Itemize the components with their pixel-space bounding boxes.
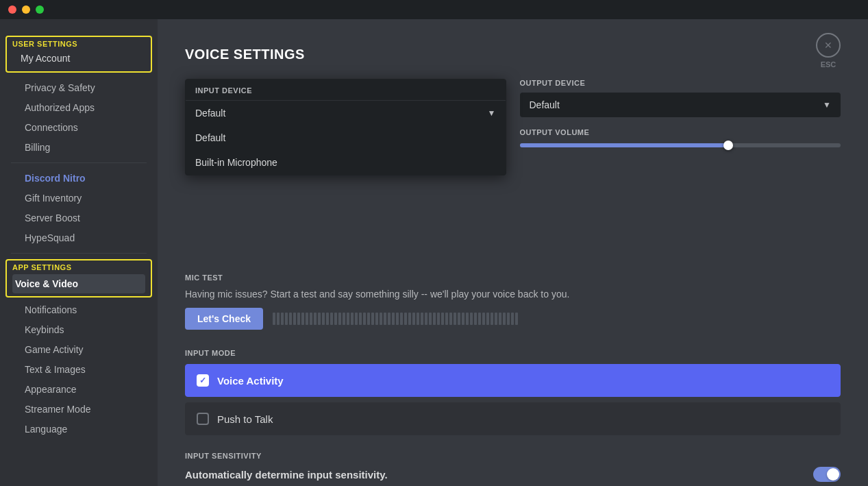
mic-bar <box>297 313 300 325</box>
sidebar-item-hypesquad[interactable]: HypeSquad <box>5 228 152 247</box>
titlebar <box>0 0 868 19</box>
mic-bar <box>511 313 514 325</box>
sidebar-item-language[interactable]: Language <box>5 420 152 439</box>
input-sensitivity-section: INPUT SENSITIVITY Automatically determin… <box>185 452 841 486</box>
voice-activity-option[interactable]: Voice Activity <box>185 364 841 397</box>
mic-bar <box>310 313 312 325</box>
mic-bar <box>458 313 460 325</box>
mic-bar <box>507 313 510 325</box>
push-to-talk-label: Push to Talk <box>217 413 273 425</box>
mic-bar <box>474 313 477 325</box>
mic-bar <box>396 313 399 325</box>
app-settings-section-box: APP SETTINGS Voice & Video <box>5 259 152 297</box>
mic-bar <box>478 313 481 325</box>
mic-bar <box>334 313 337 325</box>
close-button[interactable] <box>8 5 16 14</box>
main-content: ✕ ESC VOICE SETTINGS INPUT DEVICE Defaul… <box>158 19 868 486</box>
app-settings-label: APP SETTINGS <box>12 263 145 271</box>
mic-bar <box>445 313 448 325</box>
mic-bar <box>375 313 378 325</box>
esc-circle: ✕ <box>816 33 841 58</box>
mic-bar <box>470 313 473 325</box>
mic-bar <box>367 313 370 325</box>
mic-bar <box>388 313 390 325</box>
sidebar-item-privacy-safety[interactable]: Privacy & Safety <box>5 78 152 97</box>
mic-bar <box>338 313 341 325</box>
sidebar-item-connections[interactable]: Connections <box>5 118 152 137</box>
input-device-label: INPUT DEVICE <box>186 80 506 101</box>
input-device-dropdown[interactable]: INPUT DEVICE Default ▼ Default Built-in … <box>185 79 506 175</box>
mic-bar <box>289 313 292 325</box>
mic-test-description: Having mic issues? Start a test and say … <box>185 289 841 300</box>
sidebar-item-my-account[interactable]: My Account <box>18 49 140 68</box>
sidebar-item-notifications[interactable]: Notifications <box>5 300 152 319</box>
device-row: INPUT DEVICE Default ▼ Default Built-in … <box>185 79 841 164</box>
sidebar-divider-2 <box>11 253 147 254</box>
sidebar-item-discord-nitro[interactable]: Discord Nitro <box>5 169 152 188</box>
output-volume-label: OUTPUT VOLUME <box>520 128 841 136</box>
chevron-down-icon: ▼ <box>488 108 496 118</box>
output-volume-fill <box>520 143 729 147</box>
esc-label: ESC <box>821 60 836 69</box>
mic-bar <box>322 313 325 325</box>
mic-bar <box>351 313 354 325</box>
mic-bar <box>404 313 407 325</box>
output-volume-slider-container[interactable] <box>520 143 841 147</box>
output-volume-track[interactable] <box>520 143 841 147</box>
sidebar-item-text-images[interactable]: Text & Images <box>5 360 152 379</box>
auto-sensitivity-label: Automatically determine input sensitivit… <box>185 469 388 481</box>
minimize-button[interactable] <box>22 5 30 14</box>
sidebar-item-streamer-mode[interactable]: Streamer Mode <box>5 400 152 419</box>
sidebar: USER SETTINGS My Account Privacy & Safet… <box>0 19 158 486</box>
mic-bar <box>371 313 374 325</box>
user-settings-section-box: USER SETTINGS My Account <box>5 36 152 73</box>
input-device-selected-row[interactable]: Default ▼ <box>186 101 506 125</box>
input-device-option-default[interactable]: Default <box>186 125 506 150</box>
push-to-talk-option[interactable]: Push to Talk <box>185 402 841 435</box>
lets-check-button[interactable]: Let's Check <box>185 308 263 330</box>
esc-button[interactable]: ✕ ESC <box>816 33 841 69</box>
mic-bar <box>355 313 358 325</box>
mic-bar <box>293 313 296 325</box>
mic-bar <box>495 313 497 325</box>
sidebar-item-authorized-apps[interactable]: Authorized Apps <box>5 98 152 117</box>
mic-bar <box>503 313 506 325</box>
mic-bar <box>491 313 493 325</box>
mic-bar <box>441 313 444 325</box>
mic-bar <box>330 313 333 325</box>
voice-activity-label: Voice Activity <box>217 375 284 387</box>
input-sensitivity-label: INPUT SENSITIVITY <box>185 452 841 460</box>
mic-bar <box>301 313 304 325</box>
sidebar-item-voice-video[interactable]: Voice & Video <box>12 274 145 293</box>
input-device-option-builtin[interactable]: Built-in Microphone <box>186 150 506 175</box>
mic-bar <box>466 313 469 325</box>
input-mode-label: INPUT MODE <box>185 349 841 357</box>
mic-bar <box>429 313 432 325</box>
input-device-col: INPUT DEVICE Default ▼ Default Built-in … <box>185 79 506 164</box>
maximize-button[interactable] <box>36 5 44 14</box>
output-volume-section: OUTPUT VOLUME <box>520 128 841 147</box>
mic-bar <box>359 313 362 325</box>
voice-activity-checkbox <box>197 374 209 387</box>
sidebar-item-gift-inventory[interactable]: Gift Inventory <box>5 189 152 208</box>
toggle-thumb <box>827 468 839 481</box>
sidebar-item-server-boost[interactable]: Server Boost <box>5 208 152 228</box>
output-volume-thumb[interactable] <box>723 141 733 150</box>
mic-bar <box>281 313 284 325</box>
mic-bar <box>314 313 317 325</box>
page-title: VOICE SETTINGS <box>185 47 841 62</box>
mic-bar <box>462 313 464 325</box>
output-device-select[interactable]: Default ▼ <box>520 93 841 117</box>
mic-test-label: MIC TEST <box>185 274 841 282</box>
sidebar-item-game-activity[interactable]: Game Activity <box>5 340 152 359</box>
auto-sensitivity-toggle[interactable] <box>813 467 841 482</box>
sidebar-item-billing[interactable]: Billing <box>5 138 152 157</box>
sidebar-item-keybinds[interactable]: Keybinds <box>5 320 152 339</box>
output-device-col: OUTPUT DEVICE Default ▼ OUTPUT VOLUME <box>520 79 841 164</box>
mic-bar <box>417 313 419 325</box>
sidebar-item-appearance[interactable]: Appearance <box>5 380 152 399</box>
app-layout: USER SETTINGS My Account Privacy & Safet… <box>0 19 868 486</box>
mic-bar <box>285 313 288 325</box>
mic-visualizer <box>273 311 841 327</box>
mic-bar <box>433 313 436 325</box>
